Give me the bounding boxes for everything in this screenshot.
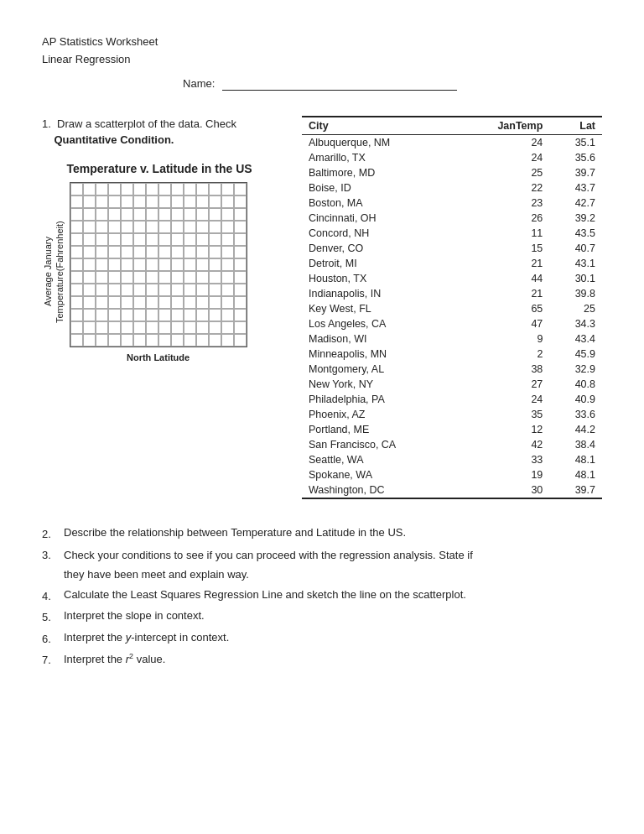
table-body: Albuquerque, NM2435.1Amarillo, TX2435.6B… bbox=[302, 134, 602, 498]
question-5: 5. Interpret the slope in context. bbox=[42, 607, 602, 627]
grid-cell bbox=[96, 208, 108, 221]
name-underline bbox=[222, 77, 457, 91]
cell-lat: 45.9 bbox=[549, 347, 602, 362]
data-table: City JanTemp Lat Albuquerque, NM2435.1Am… bbox=[302, 116, 602, 499]
cell-city: Seattle, WA bbox=[302, 452, 459, 467]
grid-cell bbox=[70, 195, 83, 208]
cell-jantemp: 65 bbox=[459, 301, 550, 316]
grid-cell bbox=[184, 271, 196, 284]
grid-cell bbox=[171, 233, 184, 246]
cell-city: Boston, MA bbox=[302, 195, 459, 211]
grid-cell bbox=[234, 258, 247, 271]
grid-cell bbox=[158, 321, 171, 334]
main-content: 1. Draw a scatterplot of the data. Check… bbox=[42, 116, 602, 499]
table-row: Albuquerque, NM2435.1 bbox=[302, 134, 602, 150]
grid-cell bbox=[196, 195, 209, 208]
grid-cell bbox=[158, 296, 171, 309]
cell-jantemp: 26 bbox=[459, 211, 550, 226]
grid-cell bbox=[209, 296, 221, 309]
grid-cell bbox=[146, 195, 158, 208]
cell-city: Baltimore, MD bbox=[302, 165, 459, 180]
grid-cell bbox=[221, 309, 234, 321]
grid-cell bbox=[108, 271, 121, 284]
grid-cell bbox=[221, 258, 234, 271]
grid-cell bbox=[146, 284, 158, 296]
question-6: 6. Interpret the y-intercept in context. bbox=[42, 629, 602, 649]
name-line: Name: bbox=[42, 77, 602, 91]
question-1: 1. Draw a scatterplot of the data. Check… bbox=[42, 116, 277, 149]
q7-text: Interpret the r2 value. bbox=[64, 650, 165, 670]
grid-cell bbox=[209, 221, 221, 233]
cell-jantemp: 24 bbox=[459, 150, 550, 165]
grid-cell bbox=[146, 296, 158, 309]
cell-city: Washington, DC bbox=[302, 482, 459, 498]
grid-cell bbox=[146, 221, 158, 233]
grid-cell bbox=[209, 208, 221, 221]
grid-cell bbox=[146, 309, 158, 321]
cell-jantemp: 35 bbox=[459, 407, 550, 422]
q3-num: 3. bbox=[42, 545, 59, 585]
grid-cell bbox=[70, 334, 83, 347]
grid-cell bbox=[108, 246, 121, 258]
grid-cell bbox=[221, 208, 234, 221]
grid-cell bbox=[83, 258, 96, 271]
cell-lat: 39.8 bbox=[549, 286, 602, 301]
grid-cell bbox=[70, 309, 83, 321]
grid-cell bbox=[96, 258, 108, 271]
grid-cell bbox=[196, 221, 209, 233]
table-row: Cincinnati, OH2639.2 bbox=[302, 211, 602, 226]
question-3: 3. Check your conditions to see if you c… bbox=[42, 545, 602, 585]
grid-cell bbox=[209, 309, 221, 321]
grid-cell bbox=[83, 271, 96, 284]
grid-cell bbox=[70, 284, 83, 296]
cell-jantemp: 27 bbox=[459, 377, 550, 392]
grid-cell bbox=[184, 195, 196, 208]
cell-lat: 33.6 bbox=[549, 407, 602, 422]
grid-cell bbox=[133, 233, 146, 246]
grid-cell bbox=[209, 321, 221, 334]
cell-lat: 44.2 bbox=[549, 422, 602, 437]
grid-cell bbox=[209, 258, 221, 271]
table-row: Boise, ID2243.7 bbox=[302, 180, 602, 195]
grid-cell bbox=[184, 221, 196, 233]
grid-cell bbox=[171, 208, 184, 221]
grid-cell bbox=[96, 233, 108, 246]
grid-cell bbox=[221, 221, 234, 233]
grid-cell bbox=[133, 258, 146, 271]
cell-city: Phoenix, AZ bbox=[302, 407, 459, 422]
title-line1: AP Statistics Worksheet bbox=[42, 34, 602, 51]
grid-cell bbox=[171, 258, 184, 271]
cell-city: Montgomery, AL bbox=[302, 362, 459, 377]
grid-cell bbox=[171, 321, 184, 334]
grid-cell bbox=[133, 208, 146, 221]
grid-cell bbox=[158, 246, 171, 258]
grid-cell bbox=[108, 296, 121, 309]
grid-cell bbox=[108, 183, 121, 195]
grid-cell bbox=[171, 183, 184, 195]
grid-cell bbox=[96, 334, 108, 347]
cell-city: San Francisco, CA bbox=[302, 437, 459, 452]
chart-with-xaxis: North Latitude bbox=[70, 182, 247, 362]
header: AP Statistics Worksheet Linear Regressio… bbox=[42, 34, 602, 69]
cell-city: Concord, NH bbox=[302, 226, 459, 241]
grid-cell bbox=[70, 221, 83, 233]
grid-cell bbox=[209, 284, 221, 296]
q1-num: 1. bbox=[42, 117, 57, 130]
question-7: 7. Interpret the r2 value. bbox=[42, 650, 602, 670]
grid-cell bbox=[146, 233, 158, 246]
grid-cell bbox=[146, 334, 158, 347]
grid-cell bbox=[196, 233, 209, 246]
grid-cell bbox=[108, 284, 121, 296]
grid-cell bbox=[158, 183, 171, 195]
table-row: Spokane, WA1948.1 bbox=[302, 467, 602, 482]
cell-lat: 35.6 bbox=[549, 150, 602, 165]
grid-cell bbox=[234, 208, 247, 221]
grid-cell bbox=[133, 195, 146, 208]
table-row: Madison, WI943.4 bbox=[302, 331, 602, 347]
grid-cell bbox=[171, 284, 184, 296]
cell-lat: 39.7 bbox=[549, 165, 602, 180]
x-axis-label: North Latitude bbox=[127, 352, 190, 362]
grid-cell bbox=[234, 284, 247, 296]
q3-text: Check your conditions to see if you can … bbox=[64, 545, 473, 585]
grid-cell bbox=[196, 309, 209, 321]
